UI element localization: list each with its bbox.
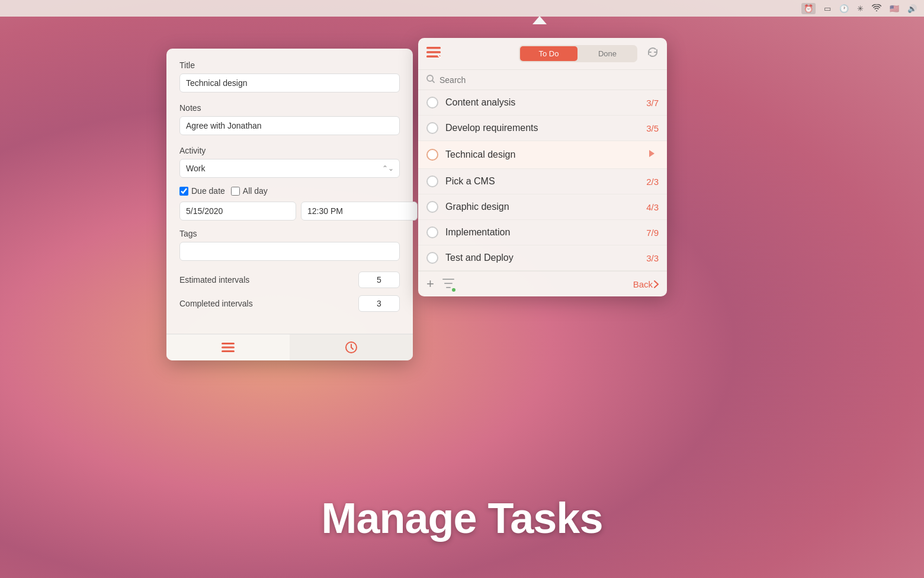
panel-arrow bbox=[532, 16, 547, 24]
task-item-selected[interactable]: Technical design bbox=[418, 141, 667, 169]
task-name: Pick a CMS bbox=[445, 176, 639, 187]
task-item[interactable]: Content analysis 3/7 bbox=[418, 90, 667, 116]
add-task-button[interactable]: + bbox=[426, 277, 434, 290]
notes-input[interactable] bbox=[179, 116, 400, 135]
activity-label: Activity bbox=[179, 146, 400, 155]
search-input[interactable] bbox=[439, 75, 659, 85]
form-tab-timer[interactable] bbox=[290, 334, 413, 360]
search-icon bbox=[426, 75, 435, 85]
date-input[interactable] bbox=[179, 202, 296, 221]
form-tab-list[interactable] bbox=[166, 334, 290, 360]
tasks-list-icon bbox=[426, 46, 441, 61]
title-section: Title bbox=[179, 60, 400, 101]
svg-rect-5 bbox=[426, 51, 441, 53]
back-button[interactable]: Back bbox=[633, 279, 659, 289]
notes-label: Notes bbox=[179, 103, 400, 113]
task-radio[interactable] bbox=[426, 97, 438, 108]
task-count: 3/5 bbox=[646, 123, 659, 133]
sparkle-icon[interactable]: ✳ bbox=[857, 4, 864, 13]
tasks-footer: + Back bbox=[418, 271, 667, 296]
todo-btn[interactable]: To Do bbox=[520, 46, 578, 61]
chevron-right-icon bbox=[654, 280, 659, 288]
task-count: 2/3 bbox=[646, 177, 659, 187]
menubar: ⏰ ▭ 🕐 ✳ 🇺🇸 🔊 bbox=[0, 0, 924, 17]
clock-icon[interactable]: 🕐 bbox=[839, 4, 849, 13]
filter-active-dot bbox=[452, 288, 455, 292]
filter-icon bbox=[442, 278, 454, 289]
all-day-checkbox-label[interactable]: All day bbox=[231, 186, 268, 196]
refresh-icon bbox=[647, 46, 659, 58]
activity-select[interactable]: Work Personal Study bbox=[179, 159, 400, 178]
task-item[interactable]: Implementation 7/9 bbox=[418, 220, 667, 245]
task-radio[interactable] bbox=[426, 252, 438, 264]
due-date-checkbox[interactable] bbox=[179, 187, 188, 196]
due-date-checkbox-label[interactable]: Due date bbox=[179, 186, 225, 196]
activity-section: Activity Work Personal Study ⌃⌄ bbox=[179, 146, 400, 178]
play-button[interactable] bbox=[644, 148, 659, 162]
clock-tab-icon bbox=[345, 341, 357, 353]
notes-section: Notes bbox=[179, 103, 400, 143]
task-item[interactable]: Graphic design 4/3 bbox=[418, 194, 667, 220]
task-name: Graphic design bbox=[445, 202, 639, 212]
magnify-icon bbox=[426, 75, 435, 83]
list-icon bbox=[222, 342, 235, 353]
task-count: 4/3 bbox=[646, 202, 659, 212]
time-machine-icon[interactable]: ⏰ bbox=[801, 3, 816, 14]
task-name: Develop requirements bbox=[445, 123, 639, 133]
search-bar bbox=[418, 70, 667, 90]
svg-rect-4 bbox=[426, 47, 441, 49]
time-input[interactable] bbox=[301, 202, 418, 221]
all-day-label: All day bbox=[243, 186, 268, 196]
toggle-group: To Do Done bbox=[519, 45, 637, 62]
task-item[interactable]: Pick a CMS 2/3 bbox=[418, 169, 667, 194]
tasks-panel: To Do Done Content analysis 3/7 bbox=[418, 38, 667, 296]
completed-label: Completed intervals bbox=[179, 299, 253, 308]
estimated-intervals-row: Estimated intervals bbox=[179, 272, 400, 288]
task-radio-selected[interactable] bbox=[426, 149, 438, 161]
flag-icon[interactable]: 🇺🇸 bbox=[890, 4, 899, 13]
task-item[interactable]: Test and Deploy 3/3 bbox=[418, 245, 667, 271]
task-radio[interactable] bbox=[426, 226, 438, 238]
refresh-button[interactable] bbox=[647, 46, 659, 61]
task-count: 7/9 bbox=[646, 228, 659, 238]
svg-rect-0 bbox=[222, 343, 235, 344]
completed-input[interactable] bbox=[358, 295, 400, 312]
all-day-checkbox[interactable] bbox=[231, 187, 240, 196]
tags-input[interactable] bbox=[179, 242, 400, 261]
svg-rect-2 bbox=[222, 350, 235, 352]
bottom-title: Manage Tasks bbox=[0, 494, 924, 542]
title-input[interactable] bbox=[179, 74, 400, 92]
task-count: 3/3 bbox=[646, 253, 659, 263]
title-label: Title bbox=[179, 60, 400, 70]
task-item[interactable]: Develop requirements 3/5 bbox=[418, 116, 667, 141]
filter-button[interactable] bbox=[442, 278, 454, 290]
datetime-row bbox=[179, 202, 400, 221]
form-panel: Title Notes Activity Work Personal Study… bbox=[166, 49, 413, 360]
completed-intervals-row: Completed intervals bbox=[179, 295, 400, 312]
wifi-icon[interactable] bbox=[872, 4, 881, 13]
due-date-label: Due date bbox=[191, 186, 225, 196]
svg-rect-1 bbox=[222, 347, 235, 349]
task-list: Content analysis 3/7 Develop requirement… bbox=[418, 90, 667, 271]
display-icon[interactable]: ▭ bbox=[824, 4, 831, 13]
task-name: Content analysis bbox=[445, 97, 639, 108]
due-date-row: Due date All day bbox=[179, 186, 400, 196]
estimated-label: Estimated intervals bbox=[179, 275, 249, 285]
tasks-header: To Do Done bbox=[418, 38, 667, 70]
estimated-input[interactable] bbox=[358, 272, 400, 288]
done-btn[interactable]: Done bbox=[579, 46, 636, 61]
task-radio[interactable] bbox=[426, 201, 438, 213]
task-name: Test and Deploy bbox=[445, 253, 639, 263]
task-count: 3/7 bbox=[646, 98, 659, 108]
task-radio[interactable] bbox=[426, 175, 438, 187]
task-radio[interactable] bbox=[426, 122, 438, 134]
back-label: Back bbox=[633, 279, 653, 289]
header-list-icon bbox=[426, 46, 441, 58]
volume-icon[interactable]: 🔊 bbox=[907, 4, 917, 13]
tags-label: Tags bbox=[179, 229, 400, 238]
task-name: Technical design bbox=[445, 149, 637, 160]
activity-select-wrapper: Work Personal Study ⌃⌄ bbox=[179, 159, 400, 178]
tags-section: Tags bbox=[179, 229, 400, 269]
form-tabs bbox=[166, 334, 413, 360]
task-name: Implementation bbox=[445, 227, 639, 238]
